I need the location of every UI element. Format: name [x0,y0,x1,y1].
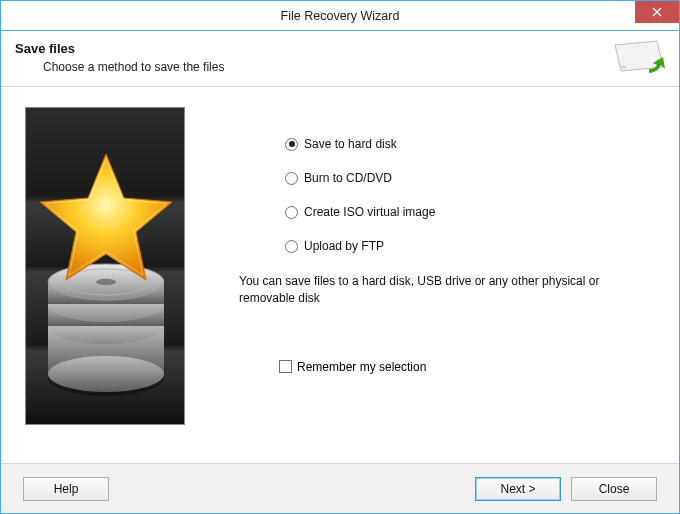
radio-label: Save to hard disk [304,137,397,151]
page-title: Save files [15,41,665,56]
next-button[interactable]: Next > [475,477,561,501]
radio-indicator [285,138,298,151]
remember-selection-checkbox[interactable]: Remember my selection [279,360,659,374]
wizard-footer: Help Next > Close [1,463,679,513]
window-close-button[interactable] [635,1,679,23]
title-bar[interactable]: File Recovery Wizard [1,1,679,31]
drive-recovery-icon [611,39,667,79]
option-description: You can save files to a hard disk, USB d… [239,273,649,308]
radio-burn-cd-dvd[interactable]: Burn to CD/DVD [285,171,659,185]
radio-indicator [285,172,298,185]
page-subtitle: Choose a method to save the files [43,60,665,74]
radio-indicator [285,206,298,219]
disk-stack-icon [48,264,164,396]
svg-point-0 [620,65,626,68]
wizard-body: Save to hard disk Burn to CD/DVD Create … [1,87,679,447]
svg-point-3 [48,356,164,392]
radio-label: Upload by FTP [304,239,384,253]
close-icon [652,7,662,17]
radio-indicator [285,240,298,253]
radio-save-hard-disk[interactable]: Save to hard disk [285,137,659,151]
radio-label: Create ISO virtual image [304,205,435,219]
radio-create-iso[interactable]: Create ISO virtual image [285,205,659,219]
options-panel: Save to hard disk Burn to CD/DVD Create … [211,105,659,437]
radio-upload-ftp[interactable]: Upload by FTP [285,239,659,253]
close-button[interactable]: Close [571,477,657,501]
decorative-sidebar-image [25,107,185,425]
help-button[interactable]: Help [23,477,109,501]
checkbox-label: Remember my selection [297,360,426,374]
save-method-radio-group: Save to hard disk Burn to CD/DVD Create … [285,137,659,253]
checkbox-indicator [279,360,292,373]
window-title: File Recovery Wizard [281,9,400,23]
radio-label: Burn to CD/DVD [304,171,392,185]
star-icon [40,154,172,280]
wizard-header: Save files Choose a method to save the f… [1,31,679,87]
wizard-dialog: File Recovery Wizard Save files Choose a… [0,0,680,514]
svg-point-10 [96,279,116,285]
